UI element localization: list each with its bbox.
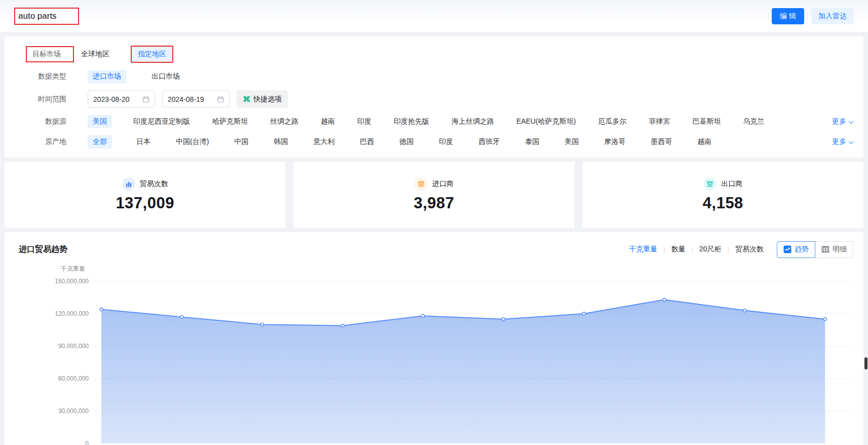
filter-option[interactable]: 西班牙 — [477, 135, 501, 149]
table-icon — [821, 245, 829, 253]
add-to-radar-button[interactable]: 加入雷达 — [811, 8, 854, 24]
time-range-controls: 2023-08-20 2024-08-19 ⌘ — [88, 90, 853, 108]
filter-option[interactable]: 中国(台湾) — [175, 135, 210, 149]
exporter-icon — [703, 177, 716, 191]
data-source-options: 美国印度尼西亚定制版哈萨克斯坦丝绸之路越南印度印度抢先版海上丝绸之路EAEU(哈… — [88, 115, 832, 128]
trend-panel: 进口贸易趋势 千克重量|数量|20尺柜|贸易次数 趋势 — [5, 232, 863, 445]
svg-text:150,000,000: 150,000,000 — [55, 278, 89, 285]
filter-row-origin: 原产地 全部日本中国(台湾)中国韩国意大利巴西德国印度西班牙泰国美国摩洛哥墨西哥… — [20, 135, 853, 149]
search-input[interactable]: auto parts — [14, 8, 79, 25]
stat-value: 4,158 — [703, 194, 743, 212]
metric-tab[interactable]: 20尺柜 — [699, 245, 722, 254]
filter-option[interactable]: 厄瓜多尔 — [597, 115, 627, 128]
filter-option[interactable]: 日本 — [135, 135, 152, 149]
filter-option[interactable]: 印度 — [356, 115, 372, 128]
data-type-label: 数据类型 — [20, 72, 66, 81]
filter-option[interactable]: 印度 — [438, 135, 454, 149]
filter-option-active[interactable]: 美国 — [88, 115, 112, 128]
quick-options-label: 快捷选项 — [253, 95, 282, 104]
filter-option[interactable]: 意大利 — [312, 135, 335, 149]
command-icon: ⌘ — [243, 95, 250, 104]
end-date-input[interactable]: 2024-08-19 — [162, 90, 230, 108]
metric-tab[interactable]: 数量 — [671, 245, 686, 254]
end-date-value: 2024-08-19 — [168, 95, 204, 103]
metric-tabs: 千克重量|数量|20尺柜|贸易次数 — [629, 245, 764, 254]
stat-value: 3,987 — [413, 194, 454, 212]
filter-option[interactable]: 韩国 — [273, 135, 289, 149]
svg-text:千克重量: 千克重量 — [61, 265, 85, 272]
search-input-value: auto parts — [18, 11, 57, 21]
trend-view-label: 趋势 — [795, 245, 809, 254]
tab-separator: | — [728, 246, 729, 253]
quick-options-button[interactable]: ⌘ 快捷选项 — [237, 90, 288, 108]
trend-view-button[interactable]: 趋势 — [777, 241, 815, 258]
stat-label: 进口商 — [432, 179, 454, 189]
filter-option[interactable]: 越南 — [320, 115, 336, 128]
filter-option[interactable]: 中国 — [233, 135, 249, 149]
filter-option[interactable]: 墨西哥 — [650, 135, 673, 149]
origin-options: 全部日本中国(台湾)中国韩国意大利巴西德国印度西班牙泰国美国摩洛哥墨西哥越南 — [88, 135, 832, 149]
filter-option[interactable]: 越南 — [696, 135, 712, 149]
filter-option[interactable]: 印度尼西亚定制版 — [132, 115, 191, 128]
svg-text:30,000,000: 30,000,000 — [58, 407, 89, 415]
chevron-down-icon — [849, 139, 854, 144]
filter-option[interactable]: 丝绸之路 — [269, 115, 299, 128]
filter-option[interactable]: 菲律宾 — [648, 115, 671, 128]
scrollbar-thumb[interactable] — [864, 357, 867, 369]
detail-view-label: 明细 — [833, 245, 847, 254]
filter-option[interactable]: 巴西 — [359, 135, 375, 149]
trend-area-chart[interactable]: 千克重量030,000,00060,000,00090,000,000120,0… — [19, 263, 853, 445]
more-label: 更多 — [832, 117, 846, 126]
filter-option[interactable]: 美国 — [563, 135, 580, 149]
chevron-down-icon — [849, 119, 854, 124]
trend-header: 进口贸易趋势 千克重量|数量|20尺柜|贸易次数 趋势 — [19, 240, 853, 258]
filter-option[interactable]: 泰国 — [524, 135, 540, 149]
more-label: 更多 — [832, 137, 846, 146]
filter-option[interactable]: 印度抢先版 — [393, 115, 430, 128]
calendar-icon — [142, 96, 149, 103]
topbar-actions: 编 辑 加入雷达 — [772, 8, 854, 24]
calendar-icon — [217, 96, 224, 103]
stat-card-importers: 进口商 3,987 — [293, 162, 574, 228]
data-source-more-link[interactable]: 更多 — [832, 117, 853, 126]
detail-view-button[interactable]: 明细 — [815, 241, 853, 258]
filter-row-target-market: 目标市场 全球地区指定地区 — [20, 46, 853, 63]
filter-option-active[interactable]: 进口市场 — [88, 70, 126, 83]
filter-option[interactable]: 巴基斯坦 — [691, 115, 722, 128]
svg-text:60,000,000: 60,000,000 — [58, 375, 89, 382]
filter-option[interactable]: EAEU(哈萨克斯坦) — [515, 115, 577, 128]
filter-row-data-source: 数据源 美国印度尼西亚定制版哈萨克斯坦丝绸之路越南印度印度抢先版海上丝绸之路EA… — [20, 115, 853, 128]
data-source-label: 数据源 — [20, 117, 66, 126]
bar-chart-icon — [122, 177, 135, 191]
filter-option[interactable]: 出口市场 — [150, 70, 181, 83]
metric-tab-active[interactable]: 千克重量 — [629, 245, 657, 254]
filter-option[interactable]: 德国 — [398, 135, 414, 149]
data-type-options: 进口市场出口市场 — [88, 70, 853, 83]
filter-row-data-type: 数据类型 进口市场出口市场 — [20, 70, 853, 83]
svg-text:120,000,000: 120,000,000 — [55, 310, 89, 317]
stat-value: 137,009 — [116, 194, 174, 212]
metric-tab[interactable]: 贸易次数 — [735, 245, 764, 254]
filter-option-active[interactable]: 指定地区 — [131, 46, 173, 63]
filter-option[interactable]: 海上丝绸之路 — [450, 115, 495, 128]
trend-title: 进口贸易趋势 — [19, 244, 67, 255]
svg-text:90,000,000: 90,000,000 — [58, 343, 89, 350]
tab-separator: | — [663, 246, 665, 253]
filter-option[interactable]: 乌克兰 — [742, 115, 765, 128]
svg-text:0: 0 — [85, 440, 89, 445]
importer-icon — [414, 177, 428, 191]
filter-option[interactable]: 摩洛哥 — [603, 135, 626, 149]
filter-option[interactable]: 哈萨克斯坦 — [211, 115, 249, 128]
stat-card-exporters: 出口商 4,158 — [583, 162, 863, 228]
stat-label: 贸易次数 — [140, 179, 168, 189]
filter-panel: 目标市场 全球地区指定地区 数据类型 进口市场出口市场 时间范围 2023-08… — [5, 36, 863, 158]
target-market-options: 全球地区指定地区 — [80, 46, 853, 63]
filter-option-active[interactable]: 全部 — [88, 135, 112, 149]
edit-button[interactable]: 编 辑 — [772, 8, 804, 24]
stat-label: 出口商 — [721, 179, 742, 189]
target-market-label: 目标市场 — [26, 46, 74, 62]
time-range-label: 时间范围 — [20, 95, 66, 104]
start-date-input[interactable]: 2023-08-20 — [88, 90, 155, 108]
filter-option[interactable]: 全球地区 — [80, 48, 110, 61]
origin-more-link[interactable]: 更多 — [832, 137, 853, 146]
